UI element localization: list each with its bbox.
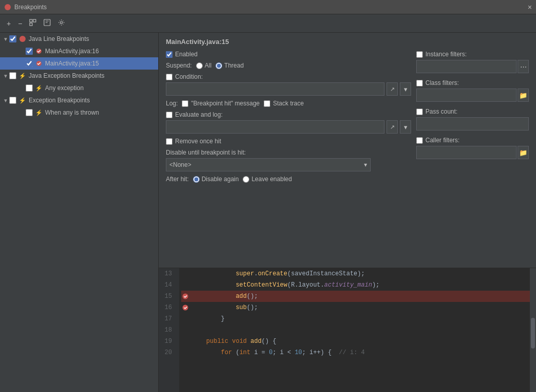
bp-dot-16	[182, 304, 189, 311]
bp-icon-16	[35, 47, 43, 55]
tree-item-mainactivity-16[interactable]: MainActivity.java:16	[0, 45, 158, 57]
bp-marker-15	[181, 292, 189, 300]
caller-filters-checkbox[interactable]	[416, 137, 423, 144]
evaluate-checkbox[interactable]	[166, 112, 173, 118]
condition-expand-button[interactable]: ↗	[387, 82, 398, 96]
log-section: Log: "Breakpoint hit" message Stack trac…	[166, 100, 411, 107]
tree-group-java-line[interactable]: ▼ Java Line Breakpoints	[0, 33, 158, 45]
tree-item-when-any-thrown[interactable]: ⚡ When any is thrown	[0, 106, 158, 119]
condition-label[interactable]: Condition:	[166, 73, 411, 80]
settings-columns: Enabled Suspend: All	[166, 51, 529, 183]
disable-again-radio[interactable]	[193, 176, 200, 183]
checkbox-any-exception[interactable]	[26, 84, 33, 92]
title-bar-text: Breakpoints	[14, 4, 47, 11]
leave-enabled-radio[interactable]	[243, 176, 249, 183]
caller-filters-browse-button[interactable]: 📁	[518, 146, 529, 159]
leave-enabled-option[interactable]: Leave enabled	[243, 176, 292, 183]
log-row: Log: "Breakpoint hit" message Stack trac…	[166, 100, 411, 107]
scrollbar[interactable]	[530, 268, 536, 392]
tree-group-java-exception[interactable]: ▼ ⚡ Java Exception Breakpoints	[0, 70, 158, 82]
pass-count-label: Pass count:	[425, 108, 458, 115]
bp-dot-15	[182, 293, 189, 300]
instance-filters-input-wrap: ⋯	[416, 60, 529, 73]
remove-button[interactable]: −	[15, 18, 25, 29]
caller-filters-input[interactable]	[416, 146, 517, 159]
remove-once-hit-label[interactable]: Remove once hit	[166, 138, 221, 145]
stack-trace-option[interactable]: Stack trace	[264, 100, 304, 107]
pass-count-checkbox[interactable]	[416, 108, 423, 115]
checkbox-mainactivity-15[interactable]	[26, 60, 33, 67]
svg-point-9	[183, 305, 188, 311]
enabled-checkbox[interactable]	[166, 51, 173, 58]
evaluate-expand-button[interactable]: ↗	[387, 120, 398, 134]
class-filters-input-wrap: 📁	[416, 89, 529, 102]
mainactivity-15-label: MainActivity.java:15	[45, 60, 99, 67]
code-row-16: sub();	[181, 302, 530, 313]
settings-title: MainActivity.java:15	[166, 38, 529, 46]
caller-filters-input-wrap: 📁	[416, 146, 529, 159]
bp-icon-15	[35, 59, 43, 68]
java-exception-breakpoints-label: Java Exception Breakpoints	[29, 72, 104, 79]
svg-rect-3	[30, 23, 32, 26]
left-panel: ▼ Java Line Breakpoints MainActivity.jav…	[0, 33, 159, 392]
class-filters-checkbox[interactable]	[416, 80, 423, 86]
evaluate-label[interactable]: Evaluate and log:	[166, 111, 223, 118]
suspend-thread-option[interactable]: Thread	[216, 62, 244, 69]
group-icon	[29, 19, 36, 26]
pass-count-input[interactable]	[416, 117, 529, 130]
condition-dropdown-button[interactable]: ▾	[400, 82, 411, 96]
main-container: + − ▼	[0, 14, 536, 392]
code-content: super.onCreate(savedInstanceState); setC…	[179, 268, 530, 392]
checkbox-mainactivity-16[interactable]	[26, 48, 33, 55]
tree-item-any-exception[interactable]: ⚡ Any exception	[0, 82, 158, 94]
instance-filters-browse-button[interactable]: ⋯	[518, 60, 529, 73]
enabled-label[interactable]: Enabled	[166, 51, 198, 58]
tree-item-mainactivity-15[interactable]: MainActivity.java:15	[0, 57, 158, 70]
disable-until-label: Disable until breakpoint is hit:	[166, 149, 246, 156]
instance-filters-checkbox[interactable]	[416, 51, 423, 58]
bp-marker-20	[181, 349, 189, 357]
line-num-19: 19	[163, 336, 175, 347]
suspend-all-option[interactable]: All	[196, 62, 211, 69]
class-filters-section: Class filters: 📁	[416, 79, 529, 102]
condition-input[interactable]	[166, 82, 384, 96]
code-row-14: setContentView(R.layout.activity_main);	[181, 279, 530, 291]
svg-rect-1	[30, 19, 32, 22]
disable-again-option[interactable]: Disable again	[193, 176, 239, 183]
export-button[interactable]	[41, 17, 53, 29]
settings-area: MainActivity.java:15 Enabled Suspend	[159, 33, 536, 268]
red-circle-icon	[18, 35, 27, 43]
arrow-expand-java-exception: ▼	[2, 73, 9, 79]
class-filters-input[interactable]	[416, 89, 517, 102]
disable-until-dropdown[interactable]: <None> ▾	[166, 158, 371, 171]
add-button[interactable]: +	[4, 18, 13, 29]
checkbox-when-any[interactable]	[26, 109, 33, 116]
group-button[interactable]	[27, 17, 39, 29]
checkbox-java-exception[interactable]	[9, 72, 16, 79]
breakpoint-hit-message-option[interactable]: "Breakpoint hit" message	[182, 100, 260, 107]
evaluate-dropdown-button[interactable]: ▾	[400, 120, 411, 134]
tree-group-exception[interactable]: ▼ ⚡ Exception Breakpoints	[0, 94, 158, 106]
checkbox-java-line[interactable]	[9, 35, 16, 42]
suspend-thread-radio[interactable]	[216, 62, 222, 69]
checkbox-exception[interactable]	[9, 97, 16, 104]
condition-checkbox[interactable]	[166, 74, 173, 80]
settings-left: Enabled Suspend: All	[166, 51, 411, 183]
caller-filters-label: Caller filters:	[425, 137, 460, 144]
evaluate-input[interactable]	[166, 120, 384, 134]
when-any-thrown-label: When any is thrown	[45, 109, 99, 116]
pass-count-section: Pass count:	[416, 108, 529, 130]
class-filters-browse-button[interactable]: 📁	[518, 89, 529, 102]
pass-count-label-wrap: Pass count:	[416, 108, 529, 115]
suspend-all-radio[interactable]	[196, 62, 203, 69]
remove-once-hit-checkbox[interactable]	[166, 138, 173, 145]
instance-filters-input[interactable]	[416, 60, 517, 73]
after-hit-row: After hit: Disable again Leave enabled	[166, 176, 411, 183]
breakpoint-hit-checkbox[interactable]	[182, 100, 188, 107]
settings-button[interactable]	[55, 17, 68, 29]
line-num-18: 18	[163, 324, 175, 336]
bp-marker-19	[181, 337, 189, 345]
stack-trace-checkbox[interactable]	[264, 100, 270, 107]
close-button[interactable]: ×	[528, 3, 532, 11]
bp-marker-16	[181, 303, 189, 312]
